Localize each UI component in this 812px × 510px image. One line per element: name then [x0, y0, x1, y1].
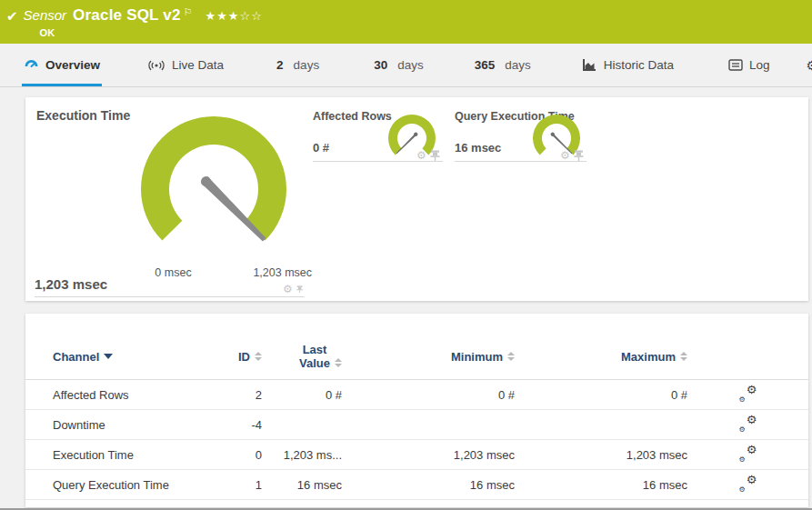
tab-2-days-number: 2	[276, 58, 284, 72]
sort-icon	[680, 352, 687, 361]
priority-stars[interactable]: ★★★☆☆	[206, 9, 263, 23]
log-icon	[728, 59, 743, 71]
historic-chart-icon	[582, 58, 597, 72]
primary-gauge-divider	[35, 296, 305, 297]
channel-minimum: 1,203 msec	[344, 448, 516, 462]
column-header-minimum[interactable]: Minimum	[451, 350, 515, 364]
tab-settings[interactable]: ⚙ Settings	[805, 46, 812, 86]
gauge-needle	[395, 132, 418, 155]
table-row-downtime[interactable]: Downtime -4 ⚙⚙	[25, 410, 808, 440]
channel-last-value: 16 msec	[264, 478, 344, 492]
sensor-header: ✔ Sensor Oracle SQL v2 ⚐ ★★★☆☆ OK	[0, 0, 812, 44]
tab-365-days-unit: days	[505, 58, 531, 72]
channel-table-panel: Channel ID Last Value	[25, 314, 808, 507]
channel-id: 2	[207, 388, 264, 402]
status-badge: OK	[40, 27, 263, 38]
primary-gauge-scale-max: 1,203 msec	[221, 266, 312, 279]
channel-table: Channel ID Last Value	[25, 314, 808, 500]
id-header-label: ID	[238, 350, 250, 364]
tab-2-days-unit: days	[294, 58, 320, 72]
tab-log[interactable]: Log	[727, 46, 772, 86]
last-value-header-line1: Last	[303, 343, 327, 356]
query-execution-time-gauge-value: 16 msec	[455, 141, 501, 155]
channel-maximum: 16 msec	[516, 478, 689, 492]
live-data-icon	[147, 59, 165, 72]
channel-settings-gears-icon[interactable]: ⚙⚙	[739, 415, 757, 432]
tab-overview-label: Overview	[45, 58, 100, 72]
settings-gear-icon: ⚙	[807, 58, 812, 73]
channel-header-label: Channel	[53, 350, 99, 364]
gauges-panel: Execution Time 0 msec 1,203 msec 1,203 m…	[25, 97, 808, 301]
channel-id: -4	[207, 418, 264, 432]
tab-historic-data-label: Historic Data	[604, 58, 674, 72]
tab-2-days[interactable]: 2 days	[275, 46, 321, 86]
gauge-settings-gear-icon[interactable]: ⚙	[416, 149, 426, 162]
flag-icon[interactable]: ⚐	[184, 6, 193, 18]
affected-rows-gauge-value: 0 #	[313, 141, 329, 155]
channel-id: 1	[207, 478, 264, 492]
tab-30-days-number: 30	[374, 58, 387, 72]
primary-gauge-value: 1,203 msec	[35, 276, 107, 292]
sort-icon	[507, 352, 515, 361]
tab-365-days-number: 365	[475, 58, 496, 72]
execution-time-gauge[interactable]	[136, 112, 291, 266]
affected-rows-gauge-title: Affected Rows	[313, 110, 392, 123]
column-header-last-value[interactable]: Last Value	[299, 343, 342, 370]
tab-historic-data[interactable]: Historic Data	[580, 46, 676, 86]
sort-icon	[335, 358, 342, 367]
column-header-channel[interactable]: Channel	[53, 350, 113, 364]
channel-last-value: 1,203 ms...	[264, 448, 344, 462]
column-header-id[interactable]: ID	[238, 350, 262, 364]
channel-name[interactable]: Query Execution Time	[53, 478, 207, 492]
tab-30-days[interactable]: 30 days	[372, 46, 426, 86]
sort-desc-icon	[104, 354, 113, 359]
pin-icon[interactable]	[296, 284, 303, 295]
table-row-affected-rows[interactable]: Affected Rows 2 0 # 0 # 0 # ⚙⚙	[25, 380, 808, 410]
channel-maximum: 0 #	[516, 388, 689, 402]
table-row-query-execution-time[interactable]: Query Execution Time 1 16 msec 16 msec 1…	[25, 470, 808, 500]
pin-icon[interactable]	[430, 150, 440, 161]
gauge-settings-gear-icon[interactable]: ⚙	[560, 149, 570, 162]
table-header-row: Channel ID Last Value	[25, 343, 808, 380]
minimum-header-label: Minimum	[451, 350, 503, 364]
channel-id: 0	[207, 448, 264, 462]
channel-settings-gears-icon[interactable]: ⚙⚙	[739, 385, 757, 402]
column-header-maximum[interactable]: Maximum	[621, 350, 687, 364]
primary-gauge-title: Execution Time	[36, 108, 130, 123]
channel-settings-gears-icon[interactable]: ⚙⚙	[739, 445, 757, 462]
tab-bar: Overview Live Data 2 days 30 days 365 da…	[0, 44, 812, 87]
channel-minimum: 0 #	[344, 388, 516, 402]
tab-log-label: Log	[749, 58, 770, 72]
sensor-title: Oracle SQL v2	[73, 6, 181, 25]
pin-icon[interactable]	[574, 150, 584, 161]
channel-settings-gears-icon[interactable]: ⚙⚙	[739, 475, 757, 492]
channel-name[interactable]: Downtime	[53, 418, 207, 432]
tab-live-data[interactable]: Live Data	[145, 46, 226, 86]
channel-maximum: 1,203 msec	[516, 448, 689, 462]
last-value-header-line2: Value	[299, 356, 330, 370]
table-row-execution-time[interactable]: Execution Time 0 1,203 ms... 1,203 msec …	[25, 440, 808, 470]
tab-30-days-unit: days	[397, 58, 424, 72]
channel-last-value: 0 #	[264, 388, 344, 402]
sort-icon	[255, 352, 262, 361]
tab-live-data-label: Live Data	[172, 58, 224, 72]
tab-365-days[interactable]: 365 days	[473, 46, 533, 86]
affected-rows-divider	[313, 161, 443, 162]
gauge-settings-gear-icon[interactable]: ⚙	[283, 283, 293, 295]
ok-check-icon: ✔	[6, 8, 18, 25]
channel-name[interactable]: Execution Time	[53, 448, 207, 462]
query-execution-time-divider	[455, 161, 586, 162]
primary-gauge-scale-min: 0 msec	[135, 266, 212, 279]
tab-overview[interactable]: Overview	[22, 46, 102, 86]
sensor-kind-label: Sensor	[24, 7, 67, 23]
channel-minimum: 16 msec	[344, 478, 516, 492]
channel-name[interactable]: Affected Rows	[53, 388, 207, 402]
gauge-icon	[24, 58, 39, 73]
maximum-header-label: Maximum	[621, 350, 676, 364]
